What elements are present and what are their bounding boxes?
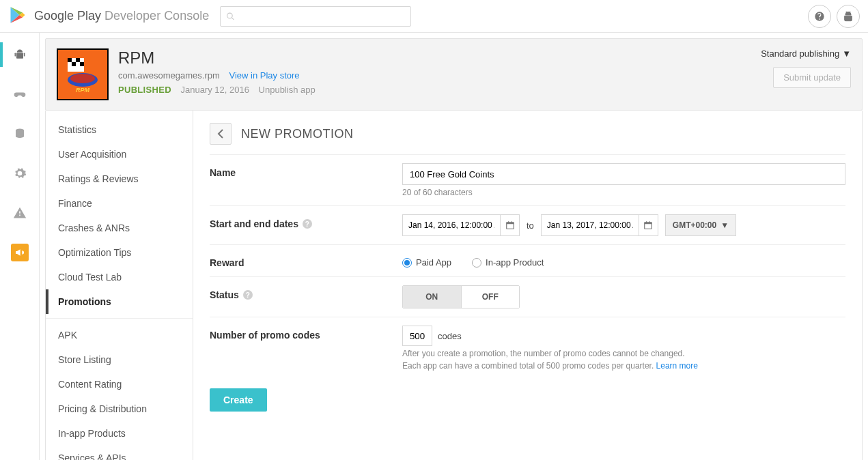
codes-label: Number of promo codes (210, 326, 402, 341)
svg-rect-10 (72, 62, 76, 66)
help-icon[interactable]: ? (243, 290, 253, 300)
reward-paid-app-radio[interactable]: Paid App (402, 257, 451, 268)
app-icon: RPM (57, 48, 109, 100)
back-button[interactable] (210, 123, 232, 145)
to-label: to (527, 220, 534, 231)
svg-point-0 (227, 13, 233, 18)
app-status: PUBLISHED (118, 85, 171, 95)
svg-rect-8 (68, 58, 72, 62)
sidenav-promotions[interactable]: Promotions (46, 289, 193, 314)
sidenav-cloud-test-lab[interactable]: Cloud Test Lab (46, 265, 193, 289)
svg-text:RPM: RPM (76, 87, 90, 94)
sidenav-in-app-products[interactable]: In-app Products (46, 421, 193, 446)
app-package: com.awesomegames.rpm (118, 70, 220, 81)
search-box[interactable] (220, 6, 411, 27)
help-icon[interactable]: ? (303, 219, 312, 229)
promo-name-input[interactable] (402, 163, 845, 185)
help-icon (814, 11, 825, 22)
timezone-dropdown[interactable]: GMT+00:00 ▼ (665, 214, 736, 236)
svg-rect-3 (14, 53, 16, 57)
svg-point-13 (70, 74, 95, 83)
brand-text: Google Play Developer Console (34, 9, 209, 23)
end-date-input[interactable] (541, 214, 658, 236)
svg-rect-20 (645, 222, 652, 224)
page-title: NEW PROMOTION (241, 127, 354, 141)
sidenav-content-rating[interactable]: Content Rating (46, 372, 193, 397)
reward-label: Reward (210, 253, 402, 268)
sidenav-user-acquisition[interactable]: User Acquisition (46, 142, 193, 167)
create-button[interactable]: Create (210, 388, 267, 412)
play-logo-icon (8, 5, 27, 27)
reward-inapp-product-radio[interactable]: In-app Product (472, 257, 544, 268)
chevron-down-icon: ▼ (842, 48, 851, 59)
sidenav-crashes-anrs[interactable]: Crashes & ANRs (46, 216, 193, 240)
svg-rect-11 (80, 62, 84, 66)
app-header: RPM RPM com.awesomegames.rpm View in Pla… (45, 38, 863, 111)
search-icon (226, 12, 235, 21)
submit-update-button[interactable]: Submit update (773, 67, 851, 88)
radio-icon (472, 258, 481, 268)
publishing-mode-dropdown[interactable]: Standard publishing▼ (761, 48, 851, 59)
search-input[interactable] (239, 11, 405, 21)
sidenav-statistics[interactable]: Statistics (46, 117, 193, 142)
sidenav-ratings-reviews[interactable]: Ratings & Reviews (46, 167, 193, 191)
chevron-left-icon (217, 129, 224, 139)
rail-item-settings[interactable] (0, 161, 39, 186)
svg-line-1 (232, 17, 234, 19)
promo-codes-count-input[interactable] (402, 326, 432, 346)
gear-icon (13, 167, 27, 180)
unpublish-link[interactable]: Unpublish app (259, 85, 316, 95)
rail-item-alerts[interactable] (0, 201, 39, 225)
svg-rect-9 (76, 58, 80, 62)
section-sidenav: Statistics User Acquisition Ratings & Re… (46, 111, 193, 460)
dates-label: Start and end dates (210, 218, 298, 229)
name-label: Name (210, 163, 402, 178)
svg-rect-4 (23, 53, 25, 57)
help-button[interactable] (808, 5, 831, 28)
status-toggle[interactable]: ON OFF (402, 285, 520, 308)
sidenav-services-apis[interactable]: Services & APIs (46, 446, 193, 460)
android-icon (843, 11, 854, 22)
left-rail (0, 33, 40, 460)
gamepad-icon (13, 87, 27, 101)
sidenav-pricing-distribution[interactable]: Pricing & Distribution (46, 397, 193, 421)
calendar-icon[interactable] (639, 215, 658, 235)
sidenav-store-listing[interactable]: Store Listing (46, 347, 193, 372)
status-on[interactable]: ON (403, 286, 462, 308)
codes-suffix: codes (438, 331, 462, 341)
rail-item-cloud[interactable] (0, 121, 39, 146)
sidenav-finance[interactable]: Finance (46, 191, 193, 216)
account-button[interactable] (837, 5, 860, 28)
codes-help2: Each app can have a combined total of 50… (402, 361, 656, 371)
start-date-input[interactable] (402, 214, 520, 236)
app-name: RPM (118, 48, 316, 68)
calendar-icon[interactable] (500, 215, 519, 235)
svg-rect-16 (506, 222, 514, 224)
status-off[interactable]: OFF (462, 286, 520, 308)
alert-icon (13, 206, 27, 220)
rail-item-games[interactable] (0, 82, 39, 106)
sidenav-apk[interactable]: APK (46, 323, 193, 347)
sidenav-optimization-tips[interactable]: Optimization Tips (46, 240, 193, 265)
rail-item-android[interactable] (0, 42, 39, 67)
name-counter: 20 of 60 characters (402, 188, 845, 197)
radio-icon (402, 258, 412, 268)
svg-rect-2 (16, 53, 23, 59)
megaphone-icon (11, 244, 29, 261)
android-icon (13, 48, 27, 61)
database-icon (14, 128, 26, 140)
learn-more-link[interactable]: Learn more (656, 361, 698, 371)
sidenav-separator (46, 318, 193, 319)
codes-help1: After you create a promotion, the number… (402, 349, 845, 358)
view-in-store-link[interactable]: View in Play store (229, 70, 299, 81)
chevron-down-icon: ▼ (720, 220, 729, 230)
rail-item-promotions[interactable] (0, 240, 39, 265)
status-label: Status (210, 289, 239, 300)
app-date: January 12, 2016 (180, 85, 249, 95)
